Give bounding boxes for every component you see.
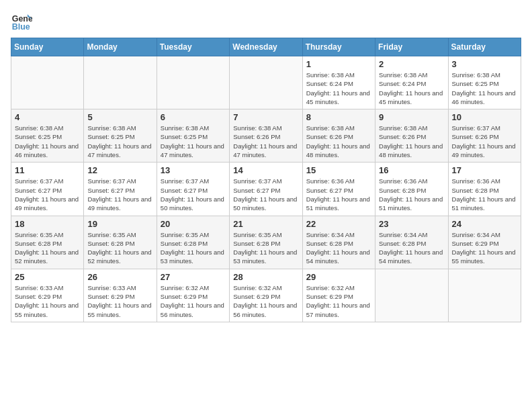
day-number: 10: [452, 112, 517, 122]
day-info: Sunrise: 6:38 AM Sunset: 6:25 PM Dayligh…: [452, 71, 517, 106]
day-number: 1: [306, 59, 371, 69]
calendar-cell: 3Sunrise: 6:38 AM Sunset: 6:25 PM Daylig…: [448, 56, 521, 109]
day-info: Sunrise: 6:38 AM Sunset: 6:25 PM Dayligh…: [87, 124, 152, 159]
day-number: 26: [87, 272, 152, 282]
day-info: Sunrise: 6:37 AM Sunset: 6:26 PM Dayligh…: [452, 124, 517, 159]
calendar-cell: 15Sunrise: 6:36 AM Sunset: 6:27 PM Dayli…: [302, 163, 375, 216]
day-info: Sunrise: 6:35 AM Sunset: 6:28 PM Dayligh…: [87, 230, 152, 266]
day-header-wednesday: Wednesday: [230, 38, 302, 56]
day-number: 13: [161, 165, 226, 175]
calendar-cell: 6Sunrise: 6:38 AM Sunset: 6:25 PM Daylig…: [157, 109, 229, 163]
calendar-week-row: 11Sunrise: 6:37 AM Sunset: 6:27 PM Dayli…: [11, 163, 521, 216]
day-header-saturday: Saturday: [448, 38, 521, 56]
calendar-cell: 18Sunrise: 6:35 AM Sunset: 6:28 PM Dayli…: [11, 216, 84, 269]
day-info: Sunrise: 6:34 AM Sunset: 6:28 PM Dayligh…: [379, 230, 444, 266]
calendar-cell: 14Sunrise: 6:37 AM Sunset: 6:27 PM Dayli…: [230, 163, 302, 216]
calendar-week-row: 1Sunrise: 6:38 AM Sunset: 6:24 PM Daylig…: [11, 56, 521, 109]
day-info: Sunrise: 6:32 AM Sunset: 6:29 PM Dayligh…: [233, 283, 298, 319]
day-info: Sunrise: 6:38 AM Sunset: 6:26 PM Dayligh…: [306, 124, 371, 159]
calendar-cell: 29Sunrise: 6:32 AM Sunset: 6:29 PM Dayli…: [302, 269, 375, 322]
day-number: 23: [379, 219, 444, 229]
day-number: 7: [233, 112, 298, 122]
calendar-cell: 28Sunrise: 6:32 AM Sunset: 6:29 PM Dayli…: [230, 269, 302, 322]
day-info: Sunrise: 6:32 AM Sunset: 6:29 PM Dayligh…: [306, 283, 371, 319]
calendar-week-row: 18Sunrise: 6:35 AM Sunset: 6:28 PM Dayli…: [11, 216, 521, 269]
day-info: Sunrise: 6:37 AM Sunset: 6:27 PM Dayligh…: [87, 177, 152, 212]
calendar-cell: 25Sunrise: 6:33 AM Sunset: 6:29 PM Dayli…: [11, 269, 84, 322]
calendar-cell: 20Sunrise: 6:35 AM Sunset: 6:28 PM Dayli…: [157, 216, 229, 269]
day-header-sunday: Sunday: [11, 38, 84, 56]
day-number: 2: [379, 59, 444, 69]
day-info: Sunrise: 6:37 AM Sunset: 6:27 PM Dayligh…: [161, 177, 226, 212]
day-number: 17: [452, 165, 517, 175]
calendar-cell: 13Sunrise: 6:37 AM Sunset: 6:27 PM Dayli…: [157, 163, 229, 216]
day-info: Sunrise: 6:32 AM Sunset: 6:29 PM Dayligh…: [161, 283, 226, 319]
day-number: 27: [161, 272, 226, 282]
day-info: Sunrise: 6:35 AM Sunset: 6:28 PM Dayligh…: [15, 230, 80, 266]
days-header-row: SundayMondayTuesdayWednesdayThursdayFrid…: [11, 38, 521, 56]
calendar-cell: 7Sunrise: 6:38 AM Sunset: 6:26 PM Daylig…: [230, 109, 302, 163]
day-header-thursday: Thursday: [302, 38, 375, 56]
day-number: 12: [87, 165, 152, 175]
calendar-week-row: 25Sunrise: 6:33 AM Sunset: 6:29 PM Dayli…: [11, 269, 521, 322]
day-number: 3: [452, 59, 517, 69]
day-info: Sunrise: 6:35 AM Sunset: 6:28 PM Dayligh…: [161, 230, 226, 266]
day-number: 28: [233, 272, 298, 282]
day-header-friday: Friday: [375, 38, 448, 56]
calendar-cell: [157, 56, 229, 109]
day-header-monday: Monday: [84, 38, 157, 56]
day-number: 11: [15, 165, 80, 175]
calendar-cell: 10Sunrise: 6:37 AM Sunset: 6:26 PM Dayli…: [448, 109, 521, 163]
svg-text:Blue: Blue: [12, 22, 30, 32]
day-number: 20: [161, 219, 226, 229]
calendar-cell: 12Sunrise: 6:37 AM Sunset: 6:27 PM Dayli…: [84, 163, 157, 216]
day-info: Sunrise: 6:37 AM Sunset: 6:27 PM Dayligh…: [233, 177, 298, 212]
calendar-cell: [11, 56, 84, 109]
day-info: Sunrise: 6:34 AM Sunset: 6:28 PM Dayligh…: [306, 230, 371, 266]
day-info: Sunrise: 6:38 AM Sunset: 6:24 PM Dayligh…: [306, 71, 371, 106]
day-info: Sunrise: 6:38 AM Sunset: 6:25 PM Dayligh…: [161, 124, 226, 159]
day-number: 22: [306, 219, 371, 229]
day-info: Sunrise: 6:38 AM Sunset: 6:26 PM Dayligh…: [379, 124, 444, 159]
calendar-cell: 22Sunrise: 6:34 AM Sunset: 6:28 PM Dayli…: [302, 216, 375, 269]
calendar-cell: 19Sunrise: 6:35 AM Sunset: 6:28 PM Dayli…: [84, 216, 157, 269]
day-number: 25: [15, 272, 80, 282]
day-header-tuesday: Tuesday: [157, 38, 229, 56]
day-number: 14: [233, 165, 298, 175]
day-number: 16: [379, 165, 444, 175]
day-number: 8: [306, 112, 371, 122]
calendar-cell: 17Sunrise: 6:36 AM Sunset: 6:28 PM Dayli…: [448, 163, 521, 216]
day-info: Sunrise: 6:37 AM Sunset: 6:27 PM Dayligh…: [15, 177, 80, 212]
calendar-cell: 16Sunrise: 6:36 AM Sunset: 6:28 PM Dayli…: [375, 163, 448, 216]
day-info: Sunrise: 6:34 AM Sunset: 6:29 PM Dayligh…: [452, 230, 517, 266]
calendar-cell: 23Sunrise: 6:34 AM Sunset: 6:28 PM Dayli…: [375, 216, 448, 269]
calendar-cell: 11Sunrise: 6:37 AM Sunset: 6:27 PM Dayli…: [11, 163, 84, 216]
day-number: 9: [379, 112, 444, 122]
day-info: Sunrise: 6:33 AM Sunset: 6:29 PM Dayligh…: [15, 283, 80, 319]
day-info: Sunrise: 6:38 AM Sunset: 6:24 PM Dayligh…: [379, 71, 444, 106]
page-header: General Blue: [11, 11, 521, 32]
calendar-cell: [84, 56, 157, 109]
calendar-cell: 21Sunrise: 6:35 AM Sunset: 6:28 PM Dayli…: [230, 216, 302, 269]
day-number: 21: [233, 219, 298, 229]
day-info: Sunrise: 6:33 AM Sunset: 6:29 PM Dayligh…: [87, 283, 152, 319]
calendar-week-row: 4Sunrise: 6:38 AM Sunset: 6:25 PM Daylig…: [11, 109, 521, 163]
calendar-cell: 9Sunrise: 6:38 AM Sunset: 6:26 PM Daylig…: [375, 109, 448, 163]
calendar-cell: [448, 269, 521, 322]
calendar-cell: 4Sunrise: 6:38 AM Sunset: 6:25 PM Daylig…: [11, 109, 84, 163]
logo-icon: General Blue: [11, 11, 32, 32]
day-info: Sunrise: 6:38 AM Sunset: 6:26 PM Dayligh…: [233, 124, 298, 159]
calendar-cell: 1Sunrise: 6:38 AM Sunset: 6:24 PM Daylig…: [302, 56, 375, 109]
day-info: Sunrise: 6:35 AM Sunset: 6:28 PM Dayligh…: [233, 230, 298, 266]
day-number: 15: [306, 165, 371, 175]
day-info: Sunrise: 6:36 AM Sunset: 6:27 PM Dayligh…: [306, 177, 371, 212]
calendar-cell: [375, 269, 448, 322]
calendar-cell: 5Sunrise: 6:38 AM Sunset: 6:25 PM Daylig…: [84, 109, 157, 163]
day-number: 29: [306, 272, 371, 282]
day-number: 6: [161, 112, 226, 122]
day-number: 4: [15, 112, 80, 122]
day-number: 24: [452, 219, 517, 229]
day-info: Sunrise: 6:38 AM Sunset: 6:25 PM Dayligh…: [15, 124, 80, 159]
day-number: 19: [87, 219, 152, 229]
day-info: Sunrise: 6:36 AM Sunset: 6:28 PM Dayligh…: [452, 177, 517, 212]
